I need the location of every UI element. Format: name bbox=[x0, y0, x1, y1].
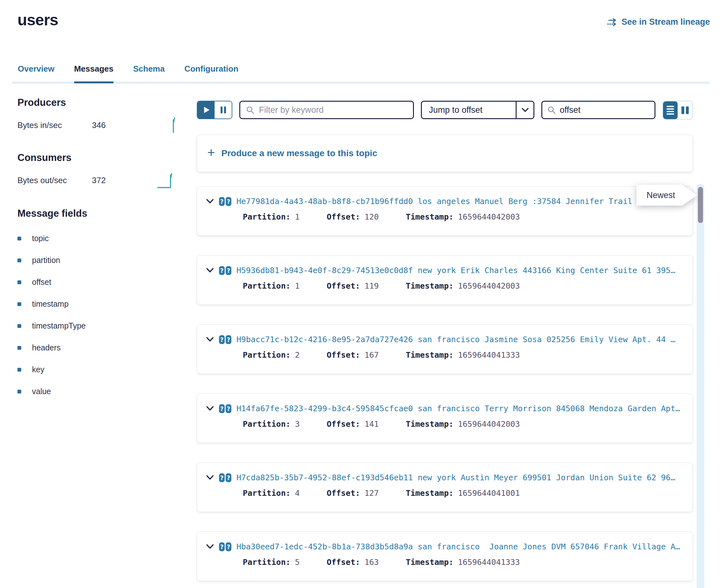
jump-to-offset-select[interactable]: Jump to offset bbox=[421, 101, 534, 119]
message-row[interactable]: ? ? H5936db81-b943-4e0f-8c29-74513e0c0d8… bbox=[197, 255, 693, 305]
field-item-key[interactable]: key bbox=[17, 359, 178, 380]
field-item-partition[interactable]: partition bbox=[17, 249, 178, 271]
message-row[interactable]: ? ? H14fa67fe-5823-4299-b3c4-595845cfcae… bbox=[197, 394, 693, 443]
expand-chevron-icon[interactable] bbox=[206, 406, 214, 411]
field-bullet-icon bbox=[17, 324, 21, 328]
page-title: users bbox=[17, 11, 58, 29]
key-glyph-icon: ? ? bbox=[219, 404, 231, 413]
keyword-filter bbox=[239, 101, 414, 119]
partition-value: 2 bbox=[295, 350, 300, 360]
expand-chevron-icon[interactable] bbox=[206, 268, 214, 273]
field-item-value[interactable]: value bbox=[17, 380, 178, 402]
tab-messages[interactable]: Messages bbox=[74, 64, 114, 83]
field-item-headers[interactable]: headers bbox=[17, 337, 178, 359]
partition-value: 5 bbox=[295, 558, 300, 567]
tab-overview[interactable]: Overview bbox=[18, 64, 55, 83]
field-item-offset[interactable]: offset bbox=[17, 271, 178, 293]
scroll-position-tooltip-label: Newest bbox=[646, 190, 675, 200]
field-bullet-icon bbox=[17, 302, 21, 306]
stream-lineage-label: See in Stream lineage bbox=[621, 17, 710, 27]
bytes-out-row: Bytes out/sec 372 bbox=[17, 172, 178, 189]
field-item-timestampType[interactable]: timestampType bbox=[17, 315, 178, 337]
pause-button[interactable] bbox=[214, 101, 232, 119]
timestamp-value: 1659644042003 bbox=[458, 212, 520, 222]
play-pause-toggle bbox=[197, 101, 232, 119]
field-bullet-icon bbox=[17, 390, 21, 394]
bytes-out-sparkline bbox=[157, 172, 178, 189]
message-meta: Partition:1 Offset:119 Timestamp:1659644… bbox=[243, 281, 684, 291]
key-glyph-icon: ? ? bbox=[219, 197, 231, 206]
message-meta: Partition:3 Offset:141 Timestamp:1659644… bbox=[243, 419, 684, 429]
message-meta: Partition:2 Offset:167 Timestamp:1659644… bbox=[243, 350, 684, 360]
list-view-icon bbox=[666, 106, 674, 115]
field-bullet-icon bbox=[17, 368, 21, 372]
tab-schema[interactable]: Schema bbox=[133, 64, 165, 83]
field-bullet-icon bbox=[17, 237, 21, 240]
field-item-topic[interactable]: topic bbox=[17, 228, 178, 249]
play-button[interactable] bbox=[198, 101, 214, 119]
search-icon bbox=[246, 106, 254, 114]
expand-chevron-icon[interactable] bbox=[206, 475, 214, 480]
message-summary: H14fa67fe-5823-4299-b3c4-595845cfcae0 sa… bbox=[236, 404, 684, 413]
bytes-out-value: 372 bbox=[92, 175, 106, 185]
stream-lineage-icon bbox=[607, 18, 618, 27]
field-bullet-icon bbox=[17, 280, 21, 284]
timestamp-value: 1659644041333 bbox=[458, 558, 520, 567]
message-summary: Hba30eed7-1edc-452b-8b1a-738d3b5d8a9a sa… bbox=[236, 542, 684, 551]
partition-value: 4 bbox=[295, 488, 300, 498]
field-bullet-icon bbox=[17, 258, 21, 262]
keyword-filter-input[interactable] bbox=[259, 105, 407, 115]
messages-toolbar: Jump to offset bbox=[197, 101, 693, 119]
produce-message-button[interactable]: + Produce a new message to this topic bbox=[197, 135, 693, 172]
message-row[interactable]: ? ? H7cda825b-35b7-4952-88ef-c193d546eb1… bbox=[197, 463, 693, 512]
message-row[interactable]: ? ? Hba30eed7-1edc-452b-8b1a-738d3b5d8a9… bbox=[197, 532, 693, 581]
expand-chevron-icon[interactable] bbox=[206, 198, 214, 204]
scroll-position-tooltip: Newest bbox=[636, 185, 697, 206]
pause-icon bbox=[221, 106, 223, 113]
metrics-sidebar: Producers Bytes in/sec 346 Consumers Byt… bbox=[17, 97, 178, 402]
offset-value: 141 bbox=[365, 419, 379, 429]
key-glyph-icon: ? ? bbox=[219, 473, 231, 482]
key-glyph-icon: ? ? bbox=[219, 266, 231, 275]
field-item-timestamp[interactable]: timestamp bbox=[17, 293, 178, 315]
timestamp-value: 1659644041001 bbox=[458, 488, 520, 498]
field-bullet-icon bbox=[17, 346, 21, 350]
jump-to-offset-label: Jump to offset bbox=[422, 102, 516, 118]
plus-icon: + bbox=[207, 146, 215, 159]
offset-value: 167 bbox=[365, 350, 379, 360]
view-mode-toggle bbox=[662, 101, 693, 120]
search-icon bbox=[548, 106, 556, 114]
bytes-in-sparkline bbox=[169, 117, 178, 134]
timestamp-value: 1659644042003 bbox=[458, 281, 520, 291]
message-summary: H7cda825b-35b7-4952-88ef-c193d546eb11 ne… bbox=[236, 473, 684, 482]
partition-value: 3 bbox=[295, 419, 300, 429]
message-list-scrollbar-thumb[interactable] bbox=[698, 187, 703, 223]
message-meta: Partition:4 Offset:127 Timestamp:1659644… bbox=[243, 488, 684, 498]
message-summary: He77981da-4a43-48ab-b8f8-cb71b96ffdd0 lo… bbox=[236, 197, 684, 206]
message-row[interactable]: ? ? H9bacc71c-b12c-4216-8e95-2a7da727e42… bbox=[197, 324, 693, 374]
message-summary: H9bacc71c-b12c-4216-8e95-2a7da727e426 sa… bbox=[236, 335, 684, 344]
message-list-scrollbar-track[interactable] bbox=[697, 184, 704, 588]
key-glyph-icon: ? ? bbox=[219, 335, 231, 344]
bytes-in-label: Bytes in/sec bbox=[17, 120, 92, 130]
timestamp-value: 1659644041333 bbox=[458, 350, 520, 360]
bytes-in-value: 346 bbox=[92, 120, 106, 130]
scroll-position-tooltip-body: Newest bbox=[636, 185, 697, 206]
column-view-icon bbox=[681, 106, 689, 114]
expand-chevron-icon[interactable] bbox=[206, 544, 214, 549]
offset-value: 127 bbox=[365, 488, 379, 498]
stream-lineage-link[interactable]: See in Stream lineage bbox=[607, 17, 710, 27]
offset-search-input[interactable] bbox=[560, 105, 672, 115]
timestamp-value: 1659644042003 bbox=[458, 419, 520, 429]
play-icon bbox=[204, 107, 209, 113]
tab-configuration[interactable]: Configuration bbox=[184, 64, 238, 83]
list-view-button[interactable] bbox=[663, 101, 678, 119]
partition-value: 1 bbox=[295, 281, 300, 291]
produce-message-label: Produce a new message to this topic bbox=[222, 148, 377, 159]
expand-chevron-icon[interactable] bbox=[206, 337, 214, 342]
column-view-button[interactable] bbox=[678, 101, 692, 119]
chevron-down-icon bbox=[516, 102, 533, 118]
message-meta: Partition:1 Offset:120 Timestamp:1659644… bbox=[243, 212, 684, 222]
message-row[interactable]: ? ? He77981da-4a43-48ab-b8f8-cb71b96ffdd… bbox=[197, 186, 693, 236]
offset-search bbox=[541, 101, 656, 119]
